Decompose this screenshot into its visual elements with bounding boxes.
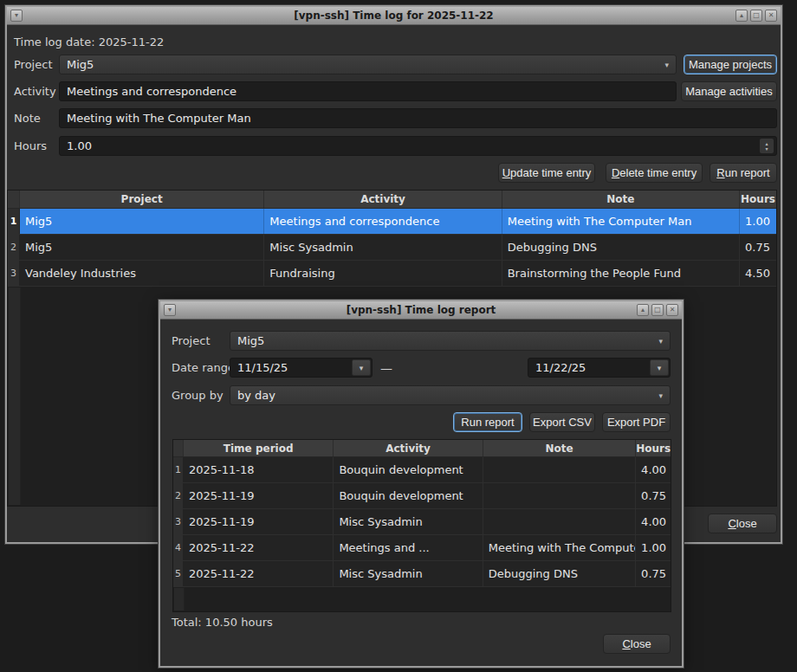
table-header: Project Activity Note Hours	[8, 191, 776, 209]
report-project-combobox[interactable]: Mig5 ▾	[230, 331, 671, 351]
row-number: 1	[173, 457, 184, 482]
cell-activity: Fundraising	[264, 261, 502, 286]
cell-activity: Meetings and correspondence	[264, 209, 502, 234]
project-label: Project	[14, 55, 52, 74]
maximize-icon[interactable]: □	[750, 10, 762, 22]
cell-period: 2025-11-18	[184, 457, 334, 482]
table-header: Time period Activity Note Hours	[173, 440, 671, 457]
calendar-dropdown-icon[interactable]: ▾	[650, 359, 669, 376]
column-header[interactable]: Note	[483, 440, 636, 456]
table-row[interactable]: 2 Mig5 Misc Sysadmin Debugging DNS 0.75	[8, 235, 776, 261]
report-table: Time period Activity Note Hours 1 2025-1…	[172, 439, 671, 612]
cell-hours: 1.00	[636, 535, 671, 560]
cell-note: Brainstorming the People Fund	[502, 261, 740, 286]
date-to-picker[interactable]: 11/22/25 ▾	[528, 358, 671, 378]
column-header[interactable]: Note	[502, 191, 740, 208]
table-row[interactable]: 1 Mig5 Meetings and correspondence Meeti…	[8, 209, 776, 235]
table-row[interactable]: 2 2025-11-19 Bouquin development 0.75	[173, 483, 671, 509]
spinner-arrows-icon[interactable]: ▴ ▾	[760, 139, 774, 153]
cell-project: Vandeley Industries	[20, 261, 264, 286]
cell-hours: 1.00	[740, 209, 776, 234]
cell-hours: 4.00	[636, 457, 671, 482]
spin-down-icon[interactable]: ▾	[765, 146, 768, 152]
hours-spinbox[interactable]: 1.00 ▴ ▾	[59, 136, 777, 156]
cell-note: Meeting with The Computer...	[483, 535, 636, 560]
update-time-entry-button[interactable]: Update time entry	[498, 163, 595, 183]
chevron-down-icon: ▾	[658, 337, 663, 346]
hours-label: Hours	[14, 136, 47, 156]
table-row[interactable]: 4 2025-11-22 Meetings and ... Meeting wi…	[173, 535, 671, 561]
date-from-value: 11/15/25	[237, 361, 288, 374]
cell-activity: Bouquin development	[334, 457, 483, 482]
row-number: 3	[173, 509, 184, 534]
cell-period: 2025-11-19	[184, 483, 334, 508]
calendar-dropdown-icon[interactable]: ▾	[352, 359, 371, 376]
row-number: 4	[173, 535, 184, 560]
time-log-date-label: Time log date: 2025-11-22	[14, 32, 164, 52]
report-project-label: Project	[172, 331, 210, 351]
column-header[interactable]: Project	[20, 191, 264, 208]
cell-activity: Bouquin development	[334, 483, 483, 508]
column-header[interactable]: Activity	[264, 191, 502, 208]
table-row[interactable]: 3 2025-11-19 Misc Sysadmin 4.00	[173, 509, 671, 535]
run-report-button[interactable]: Run report	[710, 163, 777, 183]
table-corner	[173, 440, 184, 456]
row-number: 1	[8, 209, 20, 234]
dialog-run-report-button[interactable]: Run report	[453, 412, 522, 432]
row-number: 2	[173, 483, 184, 508]
cell-activity: Misc Sysadmin	[334, 509, 483, 534]
export-csv-button[interactable]: Export CSV	[529, 412, 595, 432]
date-to-value: 11/22/25	[535, 361, 586, 374]
close-icon[interactable]: ✕	[765, 10, 777, 22]
manage-activities-button[interactable]: Manage activities	[681, 81, 777, 101]
main-close-button[interactable]: Close	[708, 514, 777, 533]
date-range-label: Date range	[172, 358, 235, 378]
chevron-down-icon: ▾	[658, 391, 663, 400]
cell-note	[483, 509, 636, 534]
cell-project: Mig5	[20, 235, 264, 260]
shade-icon[interactable]: ▴	[735, 10, 748, 22]
project-combobox[interactable]: Mig5 ▾	[59, 55, 677, 74]
row-number: 5	[173, 561, 184, 586]
window-menu-icon[interactable]: ▾	[164, 304, 176, 316]
main-titlebar[interactable]: ▾ [vpn-ssh] Time log for 2025-11-22 ▴ □ …	[7, 7, 781, 25]
table-row[interactable]: 3 Vandeley Industries Fundraising Brains…	[8, 261, 776, 287]
chevron-down-icon: ▾	[664, 61, 669, 69]
cell-period: 2025-11-19	[184, 509, 334, 534]
cell-hours: 0.75	[740, 235, 776, 260]
close-icon[interactable]: ✕	[666, 304, 678, 316]
column-header[interactable]: Time period	[184, 440, 334, 456]
maximize-icon[interactable]: □	[651, 304, 664, 316]
cell-note: Debugging DNS	[483, 561, 636, 586]
note-input[interactable]: Meeting with The Computer Man	[59, 108, 777, 128]
cell-activity: Meetings and ...	[334, 535, 483, 560]
total-hours-label: Total: 10.50 hours	[172, 612, 273, 632]
cell-note: Meeting with The Computer Man	[502, 209, 740, 234]
window-menu-icon[interactable]: ▾	[10, 10, 23, 22]
row-header-gutter	[174, 588, 185, 611]
column-header[interactable]: Hours	[636, 440, 671, 456]
date-from-picker[interactable]: 11/15/25 ▾	[230, 358, 373, 378]
note-label: Note	[14, 108, 41, 128]
table-row[interactable]: 1 2025-11-18 Bouquin development 4.00	[173, 457, 671, 483]
activity-input[interactable]: Meetings and correspondence	[59, 81, 677, 101]
dialog-titlebar[interactable]: ▾ [vpn-ssh] Time log report ▴ □ ✕	[160, 301, 682, 320]
manage-projects-button[interactable]: Manage projects	[684, 55, 777, 74]
column-header[interactable]: Activity	[334, 440, 483, 456]
cell-hours: 0.75	[636, 483, 671, 508]
cell-hours: 4.00	[636, 509, 671, 534]
table-corner	[8, 191, 20, 208]
cell-activity: Misc Sysadmin	[334, 561, 483, 586]
hours-spinbox-value: 1.00	[67, 139, 92, 152]
group-by-combobox[interactable]: by day ▾	[230, 385, 671, 405]
activity-label: Activity	[14, 81, 56, 101]
export-pdf-button[interactable]: Export PDF	[602, 412, 671, 432]
cell-note	[483, 483, 636, 508]
shade-icon[interactable]: ▴	[637, 304, 649, 316]
dialog-close-button[interactable]: Close	[603, 634, 671, 654]
cell-note: Debugging DNS	[502, 235, 740, 260]
delete-time-entry-button[interactable]: Delete time entry	[606, 163, 703, 183]
cell-period: 2025-11-22	[184, 561, 334, 586]
table-row[interactable]: 5 2025-11-22 Misc Sysadmin Debugging DNS…	[173, 561, 671, 587]
column-header[interactable]: Hours	[740, 191, 776, 208]
